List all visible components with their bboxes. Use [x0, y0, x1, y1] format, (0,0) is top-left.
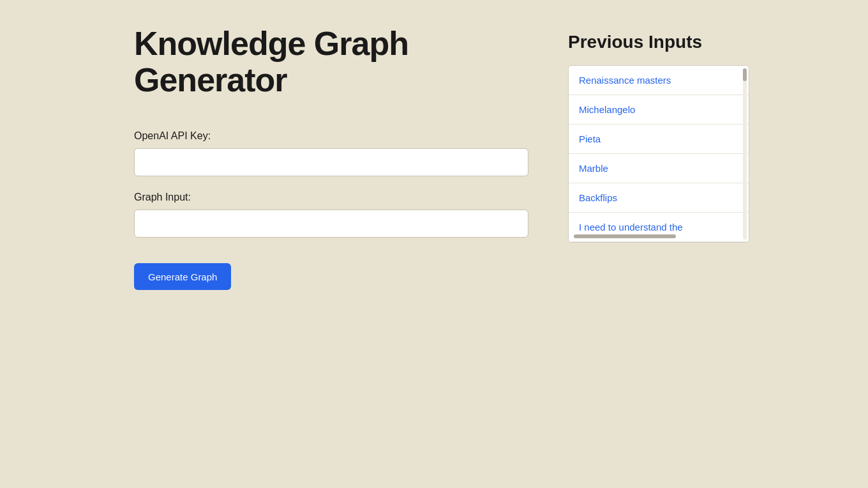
right-panel: Previous Inputs Renaissance masters Mich…: [568, 32, 753, 290]
scrollbar-thumb[interactable]: [743, 68, 747, 81]
horizontal-scrollbar[interactable]: [574, 234, 676, 238]
list-item[interactable]: Marble: [569, 154, 749, 183]
previous-inputs-title: Previous Inputs: [568, 32, 753, 52]
list-item[interactable]: Renaissance masters: [569, 66, 749, 95]
generate-graph-button[interactable]: Generate Graph: [134, 263, 231, 290]
main-container: Knowledge Graph Generator OpenAI API Key…: [0, 0, 868, 290]
previous-inputs-list: Renaissance masters Michelangelo Pieta M…: [568, 65, 749, 243]
api-key-label: OpenAI API Key:: [134, 130, 530, 142]
left-panel: Knowledge Graph Generator OpenAI API Key…: [134, 26, 530, 290]
graph-input-field[interactable]: [134, 210, 528, 238]
graph-input-label: Graph Input:: [134, 192, 530, 203]
api-key-group: OpenAI API Key:: [134, 130, 530, 176]
list-item[interactable]: Michelangelo: [569, 95, 749, 125]
scrollbar-track: [743, 68, 747, 240]
list-item[interactable]: Backflips: [569, 183, 749, 213]
page-title: Knowledge Graph Generator: [134, 26, 530, 98]
graph-input-group: Graph Input:: [134, 192, 530, 238]
list-item[interactable]: Pieta: [569, 125, 749, 154]
api-key-input[interactable]: [134, 148, 528, 176]
